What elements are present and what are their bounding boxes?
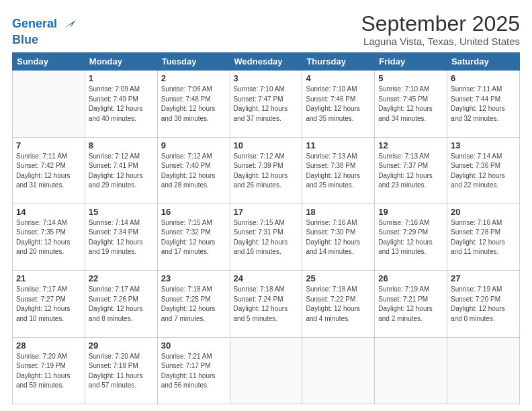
- day-info: Sunrise: 7:15 AM Sunset: 7:32 PM Dayligh…: [161, 218, 226, 257]
- week-row-3: 14Sunrise: 7:14 AM Sunset: 7:35 PM Dayli…: [13, 203, 520, 270]
- table-cell: 15Sunrise: 7:14 AM Sunset: 7:34 PM Dayli…: [85, 203, 157, 270]
- day-info: Sunrise: 7:20 AM Sunset: 7:18 PM Dayligh…: [89, 352, 154, 391]
- table-cell: 16Sunrise: 7:15 AM Sunset: 7:32 PM Dayli…: [157, 203, 230, 270]
- table-cell: 18Sunrise: 7:16 AM Sunset: 7:30 PM Dayli…: [302, 203, 375, 270]
- week-row-5: 28Sunrise: 7:20 AM Sunset: 7:19 PM Dayli…: [13, 337, 520, 404]
- title-area: September 2025 Laguna Vista, Texas, Unit…: [361, 12, 520, 47]
- day-number: 8: [89, 140, 154, 150]
- day-number: 25: [306, 273, 371, 283]
- day-info: Sunrise: 7:16 AM Sunset: 7:30 PM Dayligh…: [306, 218, 371, 257]
- logo-blue: Blue: [12, 34, 77, 46]
- day-number: 14: [16, 207, 81, 217]
- week-row-2: 7Sunrise: 7:11 AM Sunset: 7:42 PM Daylig…: [13, 137, 520, 203]
- table-cell: 28Sunrise: 7:20 AM Sunset: 7:19 PM Dayli…: [13, 337, 85, 404]
- day-info: Sunrise: 7:14 AM Sunset: 7:35 PM Dayligh…: [16, 218, 81, 257]
- day-number: 11: [306, 140, 371, 150]
- day-info: Sunrise: 7:19 AM Sunset: 7:21 PM Dayligh…: [378, 285, 443, 324]
- table-cell: 1Sunrise: 7:09 AM Sunset: 7:49 PM Daylig…: [85, 71, 157, 137]
- day-number: 13: [451, 140, 516, 150]
- table-cell: 8Sunrise: 7:12 AM Sunset: 7:41 PM Daylig…: [85, 137, 157, 203]
- table-cell: [13, 71, 85, 137]
- table-cell: [230, 337, 302, 404]
- table-cell: [302, 337, 375, 404]
- week-row-1: 1Sunrise: 7:09 AM Sunset: 7:49 PM Daylig…: [13, 71, 520, 137]
- table-cell: 23Sunrise: 7:18 AM Sunset: 7:25 PM Dayli…: [157, 271, 230, 337]
- day-number: 17: [234, 207, 299, 217]
- day-info: Sunrise: 7:20 AM Sunset: 7:19 PM Dayligh…: [16, 352, 81, 391]
- day-info: Sunrise: 7:13 AM Sunset: 7:37 PM Dayligh…: [378, 152, 443, 191]
- day-info: Sunrise: 7:14 AM Sunset: 7:36 PM Dayligh…: [451, 152, 516, 191]
- day-number: 28: [16, 340, 81, 351]
- col-saturday: Saturday: [447, 53, 520, 71]
- day-number: 20: [451, 207, 516, 217]
- table-cell: 7Sunrise: 7:11 AM Sunset: 7:42 PM Daylig…: [13, 137, 85, 203]
- table-cell: 25Sunrise: 7:18 AM Sunset: 7:22 PM Dayli…: [302, 271, 375, 337]
- day-info: Sunrise: 7:12 AM Sunset: 7:40 PM Dayligh…: [161, 152, 226, 191]
- day-info: Sunrise: 7:09 AM Sunset: 7:49 PM Dayligh…: [89, 85, 154, 124]
- col-wednesday: Wednesday: [230, 53, 302, 71]
- day-number: 1: [89, 73, 154, 83]
- table-cell: 11Sunrise: 7:13 AM Sunset: 7:38 PM Dayli…: [302, 137, 375, 203]
- logo-bird-icon: [58, 15, 77, 34]
- day-info: Sunrise: 7:12 AM Sunset: 7:39 PM Dayligh…: [234, 152, 299, 191]
- day-number: 21: [16, 273, 81, 283]
- col-sunday: Sunday: [13, 53, 85, 71]
- week-row-4: 21Sunrise: 7:17 AM Sunset: 7:27 PM Dayli…: [13, 271, 520, 337]
- day-number: 12: [378, 140, 443, 150]
- table-cell: 4Sunrise: 7:10 AM Sunset: 7:46 PM Daylig…: [302, 71, 375, 137]
- day-number: 9: [161, 140, 226, 150]
- day-number: 23: [161, 273, 226, 283]
- col-tuesday: Tuesday: [157, 53, 230, 71]
- table-cell: 13Sunrise: 7:14 AM Sunset: 7:36 PM Dayli…: [447, 137, 520, 203]
- table-cell: 24Sunrise: 7:18 AM Sunset: 7:24 PM Dayli…: [230, 271, 302, 337]
- table-cell: 6Sunrise: 7:11 AM Sunset: 7:44 PM Daylig…: [447, 71, 520, 137]
- day-number: 7: [16, 140, 81, 150]
- col-friday: Friday: [375, 53, 447, 71]
- table-cell: 2Sunrise: 7:09 AM Sunset: 7:48 PM Daylig…: [157, 71, 230, 137]
- day-info: Sunrise: 7:11 AM Sunset: 7:44 PM Dayligh…: [451, 85, 516, 124]
- day-info: Sunrise: 7:17 AM Sunset: 7:27 PM Dayligh…: [16, 285, 81, 324]
- day-number: 30: [161, 340, 226, 351]
- logo-text: General Blue: [12, 15, 77, 46]
- header: General Blue September 2025 Laguna Vista…: [12, 12, 520, 47]
- table-cell: 22Sunrise: 7:17 AM Sunset: 7:26 PM Dayli…: [85, 271, 157, 337]
- day-info: Sunrise: 7:18 AM Sunset: 7:25 PM Dayligh…: [161, 285, 226, 324]
- day-info: Sunrise: 7:18 AM Sunset: 7:22 PM Dayligh…: [306, 285, 371, 324]
- page: General Blue September 2025 Laguna Vista…: [0, 0, 532, 411]
- logo: General Blue: [12, 15, 77, 46]
- day-info: Sunrise: 7:18 AM Sunset: 7:24 PM Dayligh…: [234, 285, 299, 324]
- table-cell: 19Sunrise: 7:16 AM Sunset: 7:29 PM Dayli…: [375, 203, 447, 270]
- table-cell: [375, 337, 447, 404]
- table-cell: 20Sunrise: 7:16 AM Sunset: 7:28 PM Dayli…: [447, 203, 520, 270]
- day-info: Sunrise: 7:16 AM Sunset: 7:28 PM Dayligh…: [451, 218, 516, 257]
- day-number: 24: [234, 273, 299, 283]
- table-cell: 5Sunrise: 7:10 AM Sunset: 7:45 PM Daylig…: [375, 71, 447, 137]
- logo-general: General: [12, 17, 57, 30]
- table-cell: 14Sunrise: 7:14 AM Sunset: 7:35 PM Dayli…: [13, 203, 85, 270]
- calendar-subtitle: Laguna Vista, Texas, United States: [361, 36, 520, 47]
- table-cell: 9Sunrise: 7:12 AM Sunset: 7:40 PM Daylig…: [157, 137, 230, 203]
- day-info: Sunrise: 7:17 AM Sunset: 7:26 PM Dayligh…: [89, 285, 154, 324]
- day-info: Sunrise: 7:16 AM Sunset: 7:29 PM Dayligh…: [378, 218, 443, 257]
- calendar-header-row: Sunday Monday Tuesday Wednesday Thursday…: [13, 53, 520, 71]
- day-info: Sunrise: 7:10 AM Sunset: 7:45 PM Dayligh…: [378, 85, 443, 124]
- day-number: 29: [89, 340, 154, 351]
- day-number: 4: [306, 73, 371, 83]
- table-cell: 3Sunrise: 7:10 AM Sunset: 7:47 PM Daylig…: [230, 71, 302, 137]
- svg-marker-0: [64, 19, 77, 28]
- day-info: Sunrise: 7:13 AM Sunset: 7:38 PM Dayligh…: [306, 152, 371, 191]
- day-info: Sunrise: 7:21 AM Sunset: 7:17 PM Dayligh…: [161, 352, 226, 391]
- day-info: Sunrise: 7:14 AM Sunset: 7:34 PM Dayligh…: [89, 218, 154, 257]
- calendar-table: Sunday Monday Tuesday Wednesday Thursday…: [12, 52, 520, 404]
- day-number: 6: [451, 73, 516, 83]
- day-number: 10: [234, 140, 299, 150]
- calendar-title: September 2025: [361, 12, 520, 36]
- col-monday: Monday: [85, 53, 157, 71]
- table-cell: 10Sunrise: 7:12 AM Sunset: 7:39 PM Dayli…: [230, 137, 302, 203]
- day-number: 22: [89, 273, 154, 283]
- day-number: 18: [306, 207, 371, 217]
- day-number: 2: [161, 73, 226, 83]
- day-number: 3: [234, 73, 299, 83]
- day-number: 15: [89, 207, 154, 217]
- day-info: Sunrise: 7:09 AM Sunset: 7:48 PM Dayligh…: [161, 85, 226, 124]
